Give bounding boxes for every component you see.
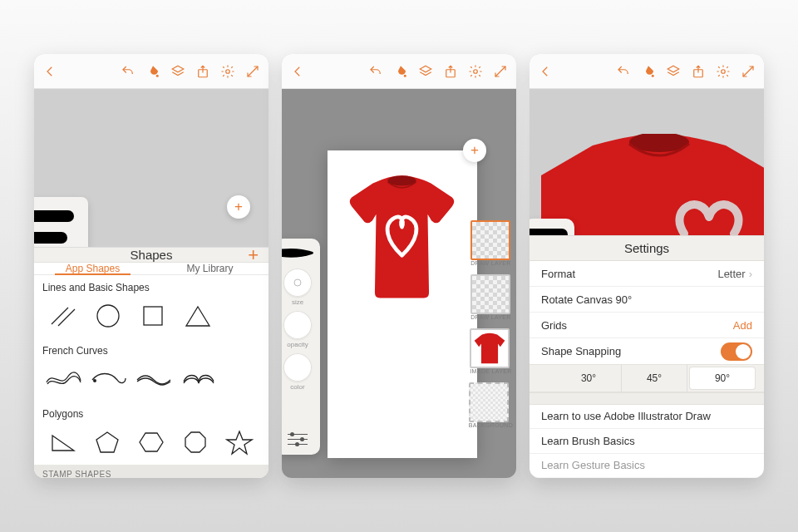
- shapes-sheet: Shapes + App Shapes My Library Lines and…: [34, 247, 268, 478]
- undo-icon[interactable]: [368, 64, 383, 79]
- shape-lines[interactable]: [41, 298, 86, 333]
- back-icon[interactable]: [538, 64, 553, 79]
- svg-marker-11: [186, 307, 209, 326]
- svg-line-36: [743, 71, 748, 76]
- brush-nib-icon[interactable]: [282, 247, 316, 264]
- add-layer-fab[interactable]: +: [227, 195, 250, 219]
- add-layer-fab[interactable]: +: [463, 139, 486, 162]
- row-polygons: [34, 425, 268, 465]
- shape-circle[interactable]: [86, 298, 131, 333]
- mockup-layers: + size opacity color DRAW LAYER: [282, 54, 516, 478]
- back-icon[interactable]: [42, 64, 57, 79]
- chevron-right-icon: ›: [749, 268, 752, 280]
- svg-point-12: [93, 379, 96, 382]
- layer-draw-2[interactable]: DRAW LAYER: [470, 274, 511, 320]
- curve-3[interactable]: [131, 362, 175, 397]
- tab-app-shapes[interactable]: App Shapes: [34, 263, 151, 274]
- share-icon[interactable]: [691, 64, 706, 79]
- format-label: Format: [541, 268, 575, 280]
- undo-icon[interactable]: [121, 64, 135, 79]
- section-gap: [530, 392, 764, 404]
- row-format[interactable]: Format Letter›: [530, 261, 764, 287]
- row-grids[interactable]: Grids Add: [530, 313, 764, 338]
- knob-color[interactable]: color: [283, 353, 312, 391]
- settings-sheet: Settings Format Letter› Rotate Canvas 90…: [530, 235, 764, 478]
- row-rotate[interactable]: Rotate Canvas 90°: [530, 287, 764, 313]
- snapping-toggle[interactable]: [721, 342, 752, 361]
- seg-30[interactable]: 30°: [556, 365, 621, 392]
- svg-marker-1: [172, 66, 184, 72]
- learn-draw[interactable]: Learn to use Adobe Illustrator Draw: [530, 405, 764, 430]
- settings-icon[interactable]: [220, 64, 235, 79]
- learn-brush[interactable]: Learn Brush Basics: [530, 429, 764, 454]
- fullscreen-icon[interactable]: [245, 64, 260, 79]
- learn-gesture[interactable]: Learn Gesture Basics: [530, 454, 764, 479]
- row-snapping: Shape Snapping: [530, 338, 764, 364]
- shape-hexagon[interactable]: [129, 425, 173, 460]
- fill-icon[interactable]: [393, 64, 408, 79]
- svg-marker-22: [420, 66, 431, 72]
- settings-icon[interactable]: [468, 64, 483, 79]
- knob-size[interactable]: size: [283, 268, 312, 306]
- settings-icon[interactable]: [716, 64, 731, 79]
- layers-icon[interactable]: [418, 64, 433, 79]
- curve-4[interactable]: [175, 362, 220, 397]
- svg-line-26: [500, 66, 505, 71]
- back-icon[interactable]: [290, 64, 305, 79]
- seg-90[interactable]: 90°: [690, 367, 755, 389]
- seg-45[interactable]: 45°: [622, 365, 687, 392]
- shapes-tabs: App Shapes My Library: [34, 263, 268, 275]
- svg-point-34: [722, 69, 726, 73]
- topbar: [530, 54, 764, 89]
- layers-icon[interactable]: [170, 64, 185, 79]
- section-curves: French Curves: [34, 338, 268, 362]
- knob-opacity[interactable]: opacity: [283, 311, 312, 348]
- sheet-header: Shapes +: [34, 248, 268, 263]
- brush-panel: size opacity color: [282, 239, 320, 455]
- svg-point-21: [404, 74, 406, 76]
- topbar: [34, 54, 268, 89]
- shape-square[interactable]: [131, 298, 175, 333]
- svg-point-9: [97, 305, 119, 327]
- curve-1[interactable]: [41, 362, 86, 397]
- shape-pentagon[interactable]: [85, 425, 129, 460]
- shape-triangle[interactable]: [175, 298, 220, 333]
- fill-icon[interactable]: [641, 64, 656, 79]
- svg-line-8: [58, 309, 75, 326]
- section-lines: Lines and Basic Shapes: [34, 275, 268, 298]
- fullscreen-icon[interactable]: [493, 64, 508, 79]
- angle-segmented: 30° 45° 90°: [530, 364, 764, 392]
- share-icon[interactable]: [443, 64, 458, 79]
- row-lines-basic: [34, 298, 268, 338]
- shape-star[interactable]: [218, 425, 262, 460]
- fullscreen-icon[interactable]: [741, 64, 756, 79]
- brush-settings-icon[interactable]: [288, 430, 308, 445]
- layer-image[interactable]: IMAGE LAYER: [470, 328, 511, 374]
- layer-draw-1[interactable]: DRAW LAYER: [470, 220, 511, 266]
- layers-icon[interactable]: [666, 64, 681, 79]
- topbar: [282, 54, 516, 89]
- grids-add-action[interactable]: Add: [733, 319, 752, 332]
- fill-icon[interactable]: [145, 64, 160, 79]
- svg-point-30: [652, 74, 654, 76]
- curve-2[interactable]: [86, 362, 131, 397]
- undo-icon[interactable]: [616, 64, 631, 79]
- share-icon[interactable]: [195, 64, 210, 79]
- svg-point-29: [294, 279, 301, 286]
- artboard[interactable]: [328, 150, 477, 458]
- layer-background[interactable]: BACKGROUND: [469, 382, 513, 428]
- tab-my-library[interactable]: My Library: [151, 263, 268, 274]
- row-french-curves: [34, 362, 268, 401]
- canvas[interactable]: + Shapes + App Shapes My Library Lines a…: [34, 89, 268, 478]
- mockup-shapes: + Shapes + App Shapes My Library Lines a…: [34, 54, 268, 478]
- svg-line-7: [52, 308, 68, 324]
- shape-right-triangle[interactable]: [41, 425, 85, 460]
- svg-marker-14: [96, 432, 118, 452]
- tshirt-image: [337, 165, 466, 307]
- mockup-settings: Settings Format Letter› Rotate Canvas 90…: [530, 54, 764, 478]
- shape-octagon[interactable]: [174, 425, 218, 460]
- canvas[interactable]: + size opacity color DRAW LAYER: [282, 89, 516, 478]
- sheet-title: Shapes: [131, 248, 173, 262]
- svg-line-27: [495, 71, 500, 76]
- svg-rect-10: [144, 307, 162, 325]
